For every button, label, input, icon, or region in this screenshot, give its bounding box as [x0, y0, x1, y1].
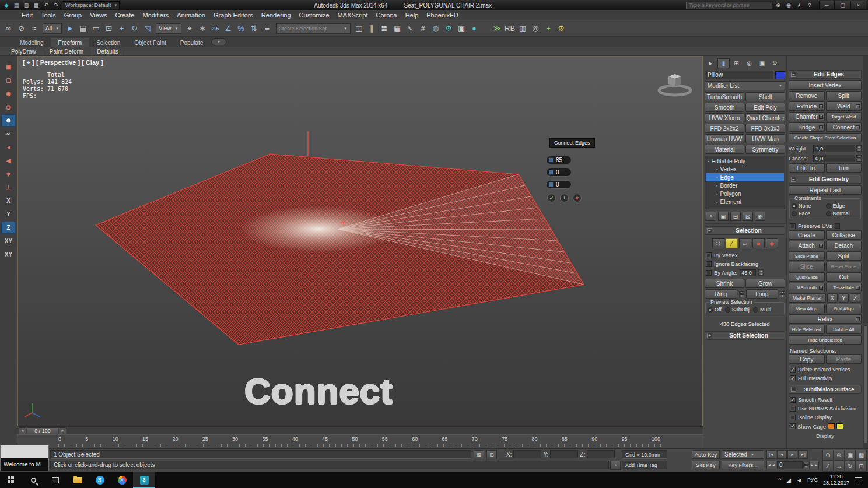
workspace-dropdown[interactable]: Workspace: Default▼	[62, 1, 120, 9]
preview-selection-radio[interactable]: Off	[708, 307, 722, 313]
orbit-icon[interactable]: ↻	[845, 461, 856, 472]
edit-geometry-button[interactable]: Collapse	[826, 230, 862, 240]
edit-edges-button[interactable]: Extrude	[789, 101, 825, 111]
axis-z-button[interactable]: Z	[1, 222, 16, 234]
settings-box-icon[interactable]	[856, 125, 860, 129]
modifier-preset-button[interactable]: Edit Poly	[746, 103, 785, 112]
settings-box-icon[interactable]	[819, 286, 823, 290]
minimize-button[interactable]: ─	[819, 1, 835, 10]
show-cage-checkbox[interactable]	[790, 423, 796, 429]
checkbox-row[interactable]: Ignore Backfacing	[705, 259, 785, 268]
border-mode-icon[interactable]: ▱	[739, 238, 751, 248]
edit-geometry-button[interactable]: Unhide All	[826, 325, 862, 334]
select-and-manipulate-icon[interactable]: ∗	[197, 22, 209, 35]
edit-geometry-button[interactable]: QuickSlice	[789, 272, 825, 282]
checkbox-row[interactable]: Isoline Display	[789, 413, 862, 422]
macro-button-6[interactable]: ∞	[1, 128, 16, 140]
cage-color-swatch[interactable]	[828, 423, 835, 429]
caddy-cancel-button[interactable]: ×	[573, 194, 582, 202]
checkbox-row[interactable]: Use NURMS Subdivision	[789, 404, 862, 413]
save-file-icon[interactable]: ▦	[32, 1, 41, 9]
network-icon[interactable]: ◢	[786, 477, 791, 483]
pin-stack-icon[interactable]: ⌖	[706, 212, 716, 221]
communication-center-icon[interactable]: ◉	[784, 1, 793, 9]
tab-utilities[interactable]: ⚙	[769, 58, 781, 68]
menu-item[interactable]: Group	[60, 12, 86, 19]
value-spinner[interactable]: ▲▼	[856, 155, 862, 162]
selection-set-mode-dropdown[interactable]: Selected▼	[722, 450, 764, 459]
show-end-result-icon[interactable]: ▣	[718, 212, 729, 221]
menu-item[interactable]: Edit	[18, 12, 37, 19]
settings-box-icon[interactable]	[819, 125, 823, 129]
add-time-tag[interactable]: Add Time Tag	[622, 461, 667, 469]
axis-xy-button[interactable]: XY	[1, 235, 16, 247]
clock[interactable]: 11:20 28.12.2017	[823, 473, 849, 486]
go-to-start-button[interactable]: |◄	[766, 450, 776, 459]
edit-geometry-button[interactable]: Slice	[789, 262, 825, 271]
spinner-snap-icon[interactable]: ⇅	[248, 22, 260, 35]
viewport[interactable]: [ + ] [ Perspective ] [ Clay ] TotalPoly…	[18, 56, 703, 426]
selection-filter-dropdown[interactable]: All▼	[43, 23, 62, 34]
by-angle-field[interactable]: 45,0	[740, 269, 756, 276]
value-spinner[interactable]: ▲▼	[856, 145, 862, 152]
edit-edges-button[interactable]: Edit Tri.	[789, 163, 825, 173]
modifier-preset-button[interactable]: Smooth	[705, 103, 744, 112]
frame-buffer-icon[interactable]: ▥	[517, 22, 529, 35]
menu-item[interactable]: Customize	[295, 12, 334, 19]
by-angle-checkbox[interactable]	[706, 270, 712, 276]
schematic-view-icon[interactable]: #	[417, 22, 429, 35]
modifier-preset-button[interactable]: FFD 2x2x2	[705, 124, 744, 133]
modifier-preset-button[interactable]: UVW Map	[746, 134, 785, 143]
soft-selection-rollout-header[interactable]: + Soft Selection	[705, 331, 785, 340]
stack-item[interactable]: ▪ Border	[706, 181, 784, 189]
x-coordinate-field[interactable]	[513, 450, 541, 458]
edit-edges-rollout-header[interactable]: − Edit Edges	[789, 70, 862, 79]
edit-named-selection-sets-icon[interactable]: ≡	[261, 22, 274, 35]
max-logo-icon[interactable]: ◆	[2, 1, 11, 9]
edit-geometry-button[interactable]: Cut	[826, 272, 862, 282]
edit-geometry-button[interactable]: Z	[850, 293, 860, 303]
current-frame-field[interactable]: 0	[777, 461, 803, 469]
ribbon-panel-label[interactable]: Paint Deform	[43, 48, 90, 55]
3dsmax-taskbar-icon[interactable]: 3	[133, 472, 155, 488]
caddy-ok-button[interactable]: ✓	[547, 194, 556, 202]
redo-icon[interactable]: ↷	[51, 1, 61, 9]
edit-geometry-button[interactable]: Make Planar	[789, 293, 826, 303]
favorites-star-icon[interactable]: ★	[794, 1, 804, 9]
selection-rollout-header[interactable]: − Selection	[705, 226, 785, 235]
edit-geometry-button[interactable]: X	[827, 293, 838, 303]
menu-item[interactable]: Tools	[37, 12, 60, 19]
ring-spinner[interactable]: ▲▼	[739, 291, 744, 297]
next-key-button[interactable]: ►►	[809, 461, 819, 469]
edit-geometry-button[interactable]: Split	[826, 251, 862, 261]
zoom-all-icon[interactable]: ⊚	[834, 450, 845, 461]
macro-button-2[interactable]: ▢	[1, 74, 16, 86]
menu-item[interactable]: Modifiers	[138, 12, 173, 19]
add-plugin-icon[interactable]: +	[542, 22, 555, 35]
new-scene-icon[interactable]: ▤	[12, 1, 21, 9]
start-button[interactable]	[0, 472, 22, 488]
object-color-swatch[interactable]	[775, 71, 785, 79]
remove-modifier-icon[interactable]: ⊠	[743, 212, 753, 221]
zoom-extents-icon[interactable]: ▣	[845, 450, 856, 461]
by-angle-spinner[interactable]: ▲▼	[758, 269, 764, 276]
edit-geometry-button[interactable]: Y	[839, 293, 849, 303]
edit-geometry-button[interactable]: Relax	[789, 314, 862, 324]
modifier-preset-button[interactable]: Quad Chamfer	[746, 113, 785, 122]
make-unique-icon[interactable]: ⊟	[730, 212, 741, 221]
ribbon-tab[interactable]: Modeling	[13, 38, 51, 47]
time-tag-icon[interactable]: ◔	[610, 461, 621, 470]
y-coordinate-field[interactable]	[550, 450, 578, 458]
chrome-taskbar-icon[interactable]	[111, 472, 133, 488]
modifier-preset-button[interactable]: Symmetry	[746, 145, 785, 154]
previous-key-button[interactable]: ◄◄	[766, 461, 776, 469]
shrink-button[interactable]: Shrink	[705, 279, 744, 288]
search-go-icon[interactable]: ⊕	[774, 1, 783, 9]
vertex-mode-icon[interactable]: ∷	[712, 238, 724, 248]
connect-segments-field[interactable]: 85	[546, 156, 610, 164]
named-selection-set-dropdown[interactable]: Create Selection Set▼	[276, 23, 351, 34]
stack-item[interactable]: ▪ Vertex	[706, 165, 784, 173]
bind-to-space-warp-icon[interactable]: ≈	[28, 22, 40, 35]
track-bar[interactable]: 0510152025303540455055606570758085909510…	[18, 434, 703, 448]
menu-item[interactable]: Create	[111, 12, 138, 19]
